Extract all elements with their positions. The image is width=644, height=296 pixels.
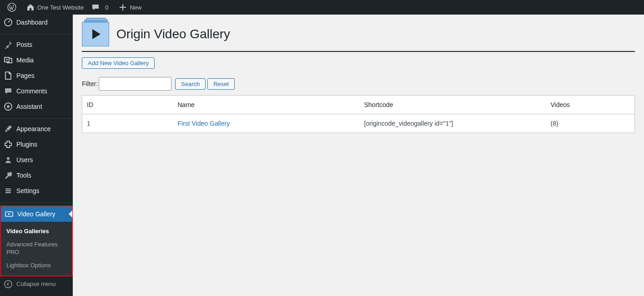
gallery-name-link[interactable]: First Video Gallery (178, 120, 230, 127)
svg-point-0 (8, 3, 16, 11)
new-label: New (130, 4, 141, 11)
settings-icon (4, 186, 13, 195)
page-header: Origin Video Gallery (82, 19, 635, 52)
sidebar-item-settings[interactable]: Settings (0, 183, 73, 199)
svg-point-2 (6, 59, 8, 61)
sidebar-item-label: Appearance (16, 125, 51, 133)
table-row: 1 First Video Gallery [origincode_videog… (82, 114, 635, 133)
submenu-label: Advanced Features PRO (6, 241, 58, 255)
sidebar-item-label: Dashboard (16, 19, 48, 26)
sidebar-item-tools[interactable]: Tools (0, 168, 73, 183)
collapse-icon (4, 280, 13, 289)
dashboard-icon (4, 18, 13, 27)
comments-link[interactable]: 0 (87, 0, 115, 15)
comments-count: 0 (102, 4, 111, 11)
reset-button[interactable]: Reset (207, 78, 235, 90)
home-icon (26, 3, 35, 12)
submenu-item-video-galleries[interactable]: Video Galleries (1, 225, 72, 238)
users-icon (4, 155, 13, 164)
sidebar-item-label: Assistant (16, 103, 42, 110)
filter-label: Filter: (82, 80, 98, 87)
wordpress-icon (7, 3, 16, 12)
menu-separator (0, 117, 73, 119)
svg-point-4 (7, 105, 10, 108)
col-videos[interactable]: Videos (546, 96, 635, 114)
cell-id: 1 (82, 114, 173, 133)
sidebar-item-label: Plugins (16, 141, 37, 148)
svg-point-6 (6, 189, 8, 190)
assistant-icon (4, 102, 13, 111)
admin-bar: One Test Website 0 New (0, 0, 644, 15)
submenu-label: Lightbox Options (6, 262, 51, 269)
tools-icon (4, 171, 13, 180)
comment-icon (4, 87, 13, 96)
sidebar-item-label: Posts (16, 41, 32, 48)
page-title: Origin Video Gallery (116, 27, 230, 41)
sidebar-item-users[interactable]: Users (0, 152, 73, 168)
sidebar-item-media[interactable]: Media (0, 52, 73, 68)
media-icon (4, 56, 13, 65)
video-icon (5, 209, 14, 219)
col-shortcode[interactable]: Shortcode (360, 96, 546, 114)
submenu-item-lightbox-options[interactable]: Lightbox Options (1, 259, 72, 272)
sidebar-item-label: Comments (16, 87, 47, 95)
filter-row: Filter: Search Reset (82, 77, 635, 91)
page-icon (4, 71, 13, 80)
sidebar-item-video-gallery[interactable]: Video Gallery (1, 206, 72, 222)
submenu: Video Galleries Advanced Features PRO Li… (1, 222, 72, 276)
filter-input[interactable] (99, 77, 171, 91)
submenu-item-advanced-features[interactable]: Advanced Features PRO (1, 238, 72, 259)
sidebar-item-label: Media (16, 56, 34, 64)
collapse-label: Collapse menu (16, 281, 56, 287)
svg-point-10 (5, 281, 12, 288)
plugin-logo (82, 22, 109, 46)
sidebar-item-pages[interactable]: Pages (0, 68, 73, 83)
sidebar-item-plugins[interactable]: Plugins (0, 137, 73, 152)
sidebar-item-appearance[interactable]: Appearance (0, 121, 73, 137)
sidebar-item-assistant[interactable]: Assistant (0, 99, 73, 114)
svg-point-5 (7, 157, 10, 160)
sidebar-item-label: Users (16, 156, 33, 163)
brush-icon (4, 124, 13, 133)
cell-videos: (8) (546, 114, 635, 133)
plus-icon (118, 3, 127, 12)
submenu-label: Video Galleries (6, 228, 49, 235)
admin-sidebar: Dashboard Posts Media Pages Comments Ass… (0, 15, 73, 296)
sidebar-item-label: Tools (16, 172, 31, 179)
comment-icon (91, 3, 100, 12)
sidebar-item-label: Pages (16, 72, 35, 79)
sidebar-item-posts[interactable]: Posts (0, 37, 73, 52)
cell-name: First Video Gallery (173, 114, 360, 133)
svg-point-7 (9, 190, 10, 192)
table-header-row: ID Name Shortcode Videos (82, 96, 635, 114)
cell-shortcode: [origincode_videogallery id="1"] (360, 114, 546, 133)
search-button[interactable]: Search (175, 78, 206, 90)
main-content: Origin Video Gallery Add New Video Galle… (73, 15, 644, 142)
svg-point-8 (6, 192, 8, 194)
play-icon (92, 29, 101, 39)
site-name-link[interactable]: One Test Website (22, 0, 87, 15)
menu-separator (0, 201, 73, 203)
sidebar-item-label: Settings (16, 187, 40, 194)
pin-icon (4, 40, 13, 49)
menu-separator (0, 32, 73, 35)
wp-logo[interactable] (4, 0, 22, 15)
galleries-table: ID Name Shortcode Videos 1 First Video G… (82, 95, 635, 133)
sidebar-item-comments[interactable]: Comments (0, 83, 73, 99)
add-button-row: Add New Video Gallery (82, 57, 635, 69)
col-id[interactable]: ID (82, 96, 173, 114)
site-name: One Test Website (37, 4, 84, 11)
highlighted-menu-section: Video Gallery Video Galleries Advanced F… (0, 205, 73, 276)
col-name[interactable]: Name (173, 96, 360, 114)
new-content-link[interactable]: New (115, 0, 145, 15)
add-new-gallery-button[interactable]: Add New Video Gallery (82, 57, 155, 69)
sidebar-item-dashboard[interactable]: Dashboard (0, 15, 73, 30)
collapse-menu-button[interactable]: Collapse menu (0, 276, 73, 292)
plugin-icon (4, 140, 13, 149)
sidebar-item-label: Video Gallery (17, 210, 55, 218)
